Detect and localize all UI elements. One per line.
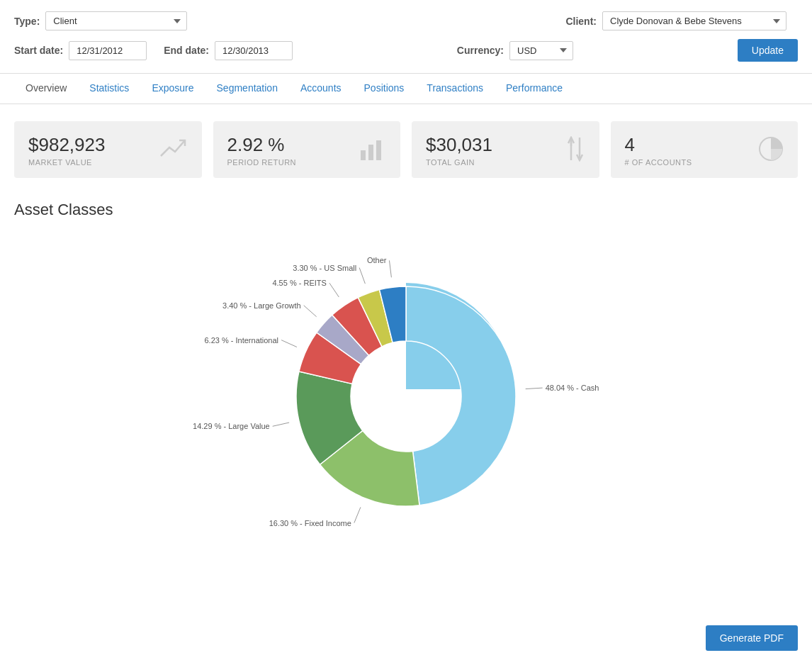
update-button[interactable]: Update [738,39,798,62]
type-label: Type: [14,16,40,27]
stats-grid: $982,923 MARKET VALUE 2.92 % PERIOD RETU… [14,121,798,178]
tab-overview[interactable]: Overview [14,74,78,104]
svg-line-16 [329,283,339,297]
total-gain-label: TOTAL GAIN [426,158,492,167]
client-label: Client: [565,16,597,27]
svg-line-14 [304,306,317,317]
svg-text:Other: Other [367,256,387,264]
svg-text:6.23 % - International: 6.23 % - International [204,336,278,345]
svg-rect-0 [361,150,366,160]
tab-accounts[interactable]: Accounts [289,74,353,104]
svg-rect-1 [368,145,373,160]
svg-line-20 [389,260,391,277]
period-return-amount: 2.92 % [227,135,297,154]
market-value-label: MARKET VALUE [28,158,105,167]
trend-icon [159,136,188,167]
svg-text:16.30 % - Fixed Income: 16.30 % - Fixed Income [269,519,351,527]
svg-text:3.40 % - Large Growth: 3.40 % - Large Growth [222,301,301,310]
tab-bar: Overview Statistics Exposure Segmentatio… [0,74,812,104]
tab-positions[interactable]: Positions [353,74,416,104]
bar-icon [359,136,386,167]
tab-segmentation[interactable]: Segmentation [205,74,289,104]
stat-card-period-return: 2.92 % PERIOD RETURN [213,121,401,178]
asset-classes-title: Asset Classes [14,201,798,219]
tab-exposure[interactable]: Exposure [140,74,205,104]
num-accounts-value: 4 [625,135,692,154]
stat-card-market-value: $982,923 MARKET VALUE [14,121,202,178]
end-date-label: End date: [164,45,209,56]
svg-line-18 [359,268,365,284]
svg-text:3.30 % - US Small: 3.30 % - US Small [293,264,356,272]
svg-line-8 [354,507,361,522]
svg-text:4.55 % - REITS: 4.55 % - REITS [272,279,326,287]
svg-rect-2 [376,140,381,160]
end-date-input[interactable] [215,41,293,60]
updown-icon [567,136,585,167]
pie-icon [758,136,784,167]
tab-statistics[interactable]: Statistics [78,74,140,104]
start-date-label: Start date: [14,45,63,56]
svg-line-6 [526,388,543,389]
num-accounts-label: # OF ACCOUNTS [625,158,692,167]
currency-select[interactable]: USD EUR GBP [509,41,573,60]
svg-text:48.04 % - Cash: 48.04 % - Cash [546,384,599,392]
tab-performance[interactable]: Performance [495,74,574,104]
svg-text:14.29 % - Large Value: 14.29 % - Large Value [193,422,270,430]
client-select[interactable]: Clyde Donovan & Bebe Stevens [602,11,786,30]
donut-chart-svg: 48.04 % - Cash16.30 % - Fixed Income14.2… [193,233,619,545]
type-select[interactable]: Client [45,11,187,30]
stat-card-total-gain: $30,031 TOTAL GAIN [412,121,599,178]
period-return-label: PERIOD RETURN [227,158,297,167]
svg-line-12 [281,340,297,347]
stat-card-num-accounts: 4 # OF ACCOUNTS [611,121,799,178]
start-date-input[interactable] [69,41,147,60]
svg-line-10 [273,423,289,426]
total-gain-amount: $30,031 [426,135,492,154]
chart-container: 48.04 % - Cash16.30 % - Fixed Income14.2… [14,233,798,545]
tab-transactions[interactable]: Transactions [415,74,495,104]
currency-label: Currency: [457,45,504,56]
market-value-amount: $982,923 [28,135,105,154]
